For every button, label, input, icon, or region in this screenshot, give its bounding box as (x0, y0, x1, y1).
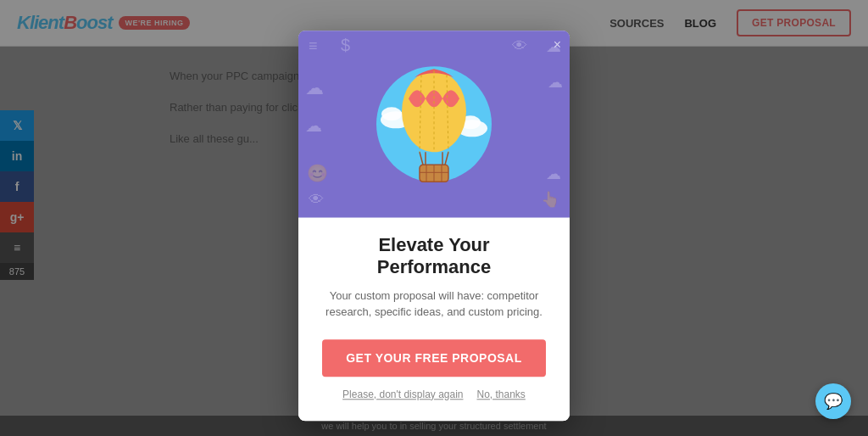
modal-close-button[interactable]: × (554, 37, 561, 53)
svg-point-3 (381, 107, 402, 120)
modal-footer-links: Please, don't display again No, thanks (322, 388, 546, 400)
chat-bubble[interactable]: 💬 (815, 383, 851, 419)
deco-icon-3: 👁 (512, 37, 527, 55)
chat-icon: 💬 (824, 392, 843, 411)
deco-icon-10: ☁ (546, 165, 561, 183)
modal-body: Elevate Your Performance Your custom pro… (298, 217, 570, 421)
deco-icon-5: ☁ (305, 77, 324, 99)
deco-icon-6: ☁ (548, 73, 563, 92)
modal-cta-button[interactable]: GET YOUR FREE PROPOSAL (322, 339, 546, 377)
deco-icon-7: 😊 (307, 163, 328, 183)
deco-icon-8: 👁 (309, 191, 324, 209)
modal-purple-section: ≡ $ 👁 ☁ ☁ ☁ 😊 👁 👆 ☁ ☁ × (298, 31, 570, 217)
balloon-illustration (370, 56, 498, 200)
dont-display-link[interactable]: Please, don't display again (342, 388, 463, 400)
deco-icon-11: ☁ (305, 115, 322, 136)
modal-title: Elevate Your Performance (322, 234, 546, 279)
modal-description: Your custom proposal will have: competit… (322, 288, 546, 321)
deco-icon-1: ≡ (309, 37, 318, 55)
no-thanks-link[interactable]: No, thanks (477, 388, 526, 400)
modal: ≡ $ 👁 ☁ ☁ ☁ 😊 👁 👆 ☁ ☁ × (298, 31, 570, 421)
deco-icon-2: $ (341, 36, 350, 55)
deco-icon-9: 👆 (541, 190, 559, 209)
